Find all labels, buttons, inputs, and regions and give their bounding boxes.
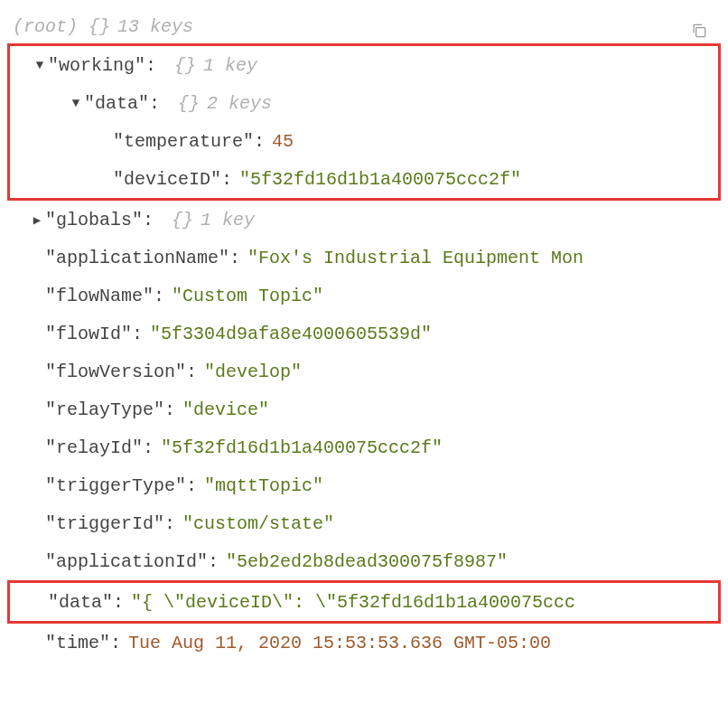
globals-brace: {} (172, 210, 193, 230)
working-node[interactable]: "working" : {} 1 key (10, 46, 718, 84)
time-value: Tue Aug 11, 2020 15:53:53.636 GMT-05:00 (128, 633, 551, 653)
colon: : (221, 169, 232, 190)
colon: : (186, 475, 197, 496)
data-node[interactable]: "data" : "{ \"deviceID\": \"5f32fd16d1b1… (10, 583, 718, 621)
temperature-value: 45 (272, 131, 294, 152)
flowname-value: "Custom Topic" (172, 286, 323, 306)
working-data-count: 2 keys (207, 93, 272, 114)
triggertype-key: "triggerType" (45, 475, 186, 496)
globals-node[interactable]: "globals" : {} 1 key (7, 201, 721, 239)
flowversion-node[interactable]: "flowVersion" : "develop" (7, 352, 721, 390)
root-count: 13 keys (117, 16, 193, 37)
time-node[interactable]: "time" : Tue Aug 11, 2020 15:53:53.636 G… (7, 624, 721, 662)
triggerid-value: "custom/state" (182, 513, 334, 534)
triggerid-key: "triggerId" (45, 513, 164, 534)
root-node[interactable]: (root) {} 13 keys (7, 7, 721, 45)
relaytype-node[interactable]: "relayType" : "device" (7, 390, 721, 428)
applicationname-node[interactable]: "applicationName" : "Fox's Industrial Eq… (7, 239, 721, 277)
relaytype-value: "device" (182, 399, 269, 420)
data-key: "data" (48, 592, 113, 613)
root-brace: {} (89, 16, 110, 37)
temperature-key: "temperature" (113, 131, 254, 152)
globals-count: 1 key (201, 210, 255, 230)
working-count: 1 key (203, 55, 257, 76)
triggertype-value: "mqttTopic" (204, 475, 323, 496)
relayid-value: "5f32fd16d1b1a400075ccc2f" (161, 437, 443, 458)
colon: : (145, 55, 156, 76)
chevron-right-icon[interactable] (29, 212, 45, 228)
working-data-key: "data" (84, 93, 149, 114)
applicationname-value: "Fox's Industrial Equipment Mon (247, 248, 583, 268)
globals-key: "globals" (45, 210, 143, 230)
working-data-brace: {} (178, 93, 200, 114)
applicationid-node[interactable]: "applicationId" : "5eb2ed2b8dead300075f8… (7, 542, 721, 580)
colon: : (164, 513, 175, 534)
colon: : (229, 248, 240, 268)
colon: : (143, 437, 154, 458)
triggerid-node[interactable]: "triggerId" : "custom/state" (7, 504, 721, 542)
flowname-key: "flowName" (45, 286, 154, 306)
flowid-value: "5f3304d9afa8e4000605539d" (150, 324, 432, 344)
colon: : (208, 551, 219, 572)
relaytype-key: "relayType" (45, 399, 164, 420)
colon: : (149, 93, 160, 114)
highlight-working: "working" : {} 1 key "data" : {} 2 keys … (7, 43, 721, 201)
colon: : (143, 210, 154, 230)
deviceid-value: "5f32fd16d1b1a400075ccc2f" (239, 169, 521, 190)
copy-icon[interactable] (690, 22, 708, 46)
triggertype-node[interactable]: "triggerType" : "mqttTopic" (7, 466, 721, 504)
applicationname-key: "applicationName" (45, 248, 229, 268)
colon: : (254, 131, 265, 152)
flowid-node[interactable]: "flowId" : "5f3304d9afa8e4000605539d" (7, 315, 721, 352)
chevron-down-icon[interactable] (68, 96, 84, 110)
deviceid-node[interactable]: "deviceID" : "5f32fd16d1b1a400075ccc2f" (10, 160, 718, 198)
working-key: "working" (48, 55, 145, 76)
applicationid-value: "5eb2ed2b8dead300075f8987" (226, 551, 508, 572)
working-brace: {} (174, 55, 196, 76)
colon: : (110, 633, 121, 653)
flowid-key: "flowId" (45, 324, 132, 344)
time-key: "time" (45, 633, 110, 653)
relayid-key: "relayId" (45, 437, 143, 458)
svg-rect-0 (696, 28, 705, 37)
colon: : (186, 362, 197, 382)
flowname-node[interactable]: "flowName" : "Custom Topic" (7, 277, 721, 315)
temperature-node[interactable]: "temperature" : 45 (10, 122, 718, 160)
colon: : (113, 592, 124, 613)
colon: : (132, 324, 143, 344)
flowversion-key: "flowVersion" (45, 362, 186, 382)
data-value: "{ \"deviceID\": \"5f32fd16d1b1a400075cc… (131, 592, 575, 613)
working-data-node[interactable]: "data" : {} 2 keys (10, 84, 718, 122)
root-label: (root) (13, 16, 78, 37)
highlight-data: "data" : "{ \"deviceID\": \"5f32fd16d1b1… (7, 580, 721, 624)
flowversion-value: "develop" (204, 362, 302, 382)
chevron-down-icon[interactable] (32, 58, 48, 72)
deviceid-key: "deviceID" (113, 169, 221, 190)
colon: : (164, 399, 175, 420)
relayid-node[interactable]: "relayId" : "5f32fd16d1b1a400075ccc2f" (7, 428, 721, 466)
applicationid-key: "applicationId" (45, 551, 208, 572)
colon: : (154, 286, 164, 306)
